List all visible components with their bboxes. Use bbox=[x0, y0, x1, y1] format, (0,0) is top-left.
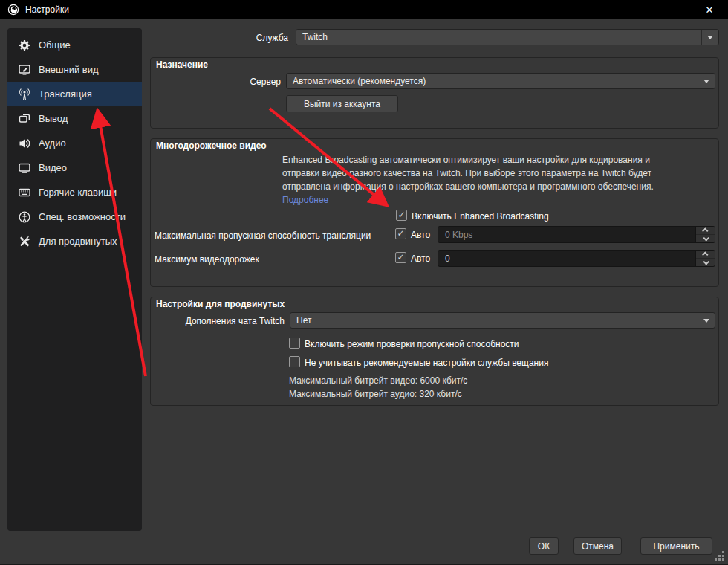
destination-title: Назначение bbox=[156, 59, 208, 70]
enable-enhanced-broadcasting-label: Включить Enhanced Broadcasting bbox=[412, 211, 549, 222]
sidebar-item-output[interactable]: Вывод bbox=[7, 106, 142, 131]
broadcast-icon bbox=[19, 88, 30, 100]
bandwidth-test-checkbox[interactable]: ✓ bbox=[289, 338, 300, 349]
spin-up-button[interactable] bbox=[696, 251, 715, 259]
max-tracks-label: Максимум видеодорожек bbox=[155, 254, 259, 265]
service-select[interactable]: Twitch bbox=[296, 29, 719, 45]
sidebar-item-label: Аудио bbox=[39, 138, 66, 149]
output-icon bbox=[19, 113, 30, 125]
chat-addons-selected-value: Нет bbox=[296, 315, 311, 326]
checkmark-icon: ✓ bbox=[397, 210, 405, 219]
learn-more-link[interactable]: Подробнее bbox=[282, 195, 328, 205]
max-bitrate-auto-label: Авто bbox=[411, 230, 430, 240]
audio-icon bbox=[19, 138, 30, 149]
sidebar-item-audio[interactable]: Аудио bbox=[7, 131, 142, 155]
chevron-down-icon bbox=[701, 30, 718, 45]
accessibility-icon bbox=[19, 211, 30, 223]
chat-addons-label: Дополнения чата Twitch bbox=[156, 316, 285, 326]
spin-down-button[interactable] bbox=[696, 259, 715, 266]
ignore-recommended-checkbox[interactable]: ✓ bbox=[289, 356, 300, 367]
multitrack-description-line: Enhanced Broadcasting автоматически опти… bbox=[282, 155, 650, 165]
settings-sidebar: Общие Внешний вид Трансляция Вывод Аудио… bbox=[7, 28, 142, 531]
video-icon bbox=[19, 162, 30, 174]
sidebar-item-hotkeys[interactable]: Горячие клавиши bbox=[7, 180, 142, 204]
chevron-down-icon bbox=[698, 74, 715, 88]
titlebar: Настройки ✕ bbox=[0, 0, 728, 19]
chat-addons-select[interactable]: Нет bbox=[290, 312, 715, 329]
service-label: Служба bbox=[223, 33, 288, 43]
sidebar-item-label: Горячие клавиши bbox=[39, 187, 117, 198]
max-tracks-auto-checkbox[interactable]: ✓ bbox=[395, 252, 406, 263]
ignore-recommended-label: Не учитывать рекомендуемые настройки слу… bbox=[305, 358, 548, 368]
advanced-title: Настройки для продвинутых bbox=[156, 299, 285, 309]
sidebar-item-appearance[interactable]: Внешний вид bbox=[7, 57, 142, 82]
max-tracks-input[interactable]: 0 bbox=[438, 250, 715, 267]
sidebar-item-label: Общие bbox=[39, 39, 71, 51]
sidebar-item-label: Для продвинутых bbox=[39, 236, 117, 247]
max-video-bitrate-info: Максимальный битрейт видео: 6000 кбит/с bbox=[289, 375, 467, 386]
multitrack-title: Многодорожечное видео bbox=[156, 141, 267, 151]
sidebar-item-label: Видео bbox=[39, 162, 67, 173]
enable-enhanced-broadcasting-checkbox[interactable]: ✓ bbox=[396, 210, 407, 221]
spin-down-button[interactable] bbox=[696, 235, 715, 242]
obs-logo-icon bbox=[7, 4, 19, 16]
window-title: Настройки bbox=[25, 4, 69, 15]
max-bitrate-value: 0 Kbps bbox=[445, 230, 472, 240]
sidebar-item-label: Внешний вид bbox=[39, 64, 99, 75]
ok-button[interactable]: ОК bbox=[529, 537, 559, 555]
server-select[interactable]: Автоматически (рекомендуется) bbox=[286, 73, 715, 89]
checkmark-icon: ✓ bbox=[397, 253, 404, 262]
multitrack-description-line: отправки видео разного качества на Twitc… bbox=[282, 168, 651, 178]
destination-groupbox bbox=[150, 57, 719, 129]
spin-up-button[interactable] bbox=[696, 227, 715, 235]
resize-grip[interactable] bbox=[713, 549, 725, 561]
sidebar-item-general[interactable]: Общие bbox=[7, 33, 142, 57]
chevron-down-icon bbox=[698, 313, 715, 328]
sidebar-item-label: Трансляция bbox=[39, 88, 92, 100]
keyboard-icon bbox=[19, 187, 30, 198]
apply-button[interactable]: Применить bbox=[640, 537, 712, 555]
max-bitrate-input[interactable]: 0 Kbps bbox=[438, 226, 715, 243]
close-icon[interactable]: ✕ bbox=[698, 0, 721, 19]
service-selected-value: Twitch bbox=[302, 32, 328, 42]
max-tracks-auto-label: Авто bbox=[411, 254, 430, 264]
sidebar-item-video[interactable]: Видео bbox=[7, 155, 142, 180]
server-selected-value: Автоматически (рекомендуется) bbox=[293, 76, 426, 86]
gear-icon bbox=[19, 39, 30, 51]
max-bitrate-label: Максимальная пропускная способность тран… bbox=[155, 230, 371, 241]
max-audio-bitrate-info: Максимальный битрейт аудио: 320 кбит/с bbox=[289, 389, 462, 399]
tools-icon bbox=[19, 236, 30, 248]
sidebar-item-label: Вывод bbox=[39, 113, 68, 124]
appearance-icon bbox=[19, 64, 30, 76]
sidebar-item-advanced[interactable]: Для продвинутых bbox=[7, 229, 142, 254]
max-bitrate-auto-checkbox[interactable]: ✓ bbox=[395, 228, 406, 239]
sidebar-item-label: Спец. возможности bbox=[39, 211, 126, 222]
cancel-button[interactable]: Отмена bbox=[573, 537, 622, 555]
bandwidth-test-label: Включить режим проверки пропускной спосо… bbox=[305, 339, 519, 349]
logout-button[interactable]: Выйти из аккаунта bbox=[286, 95, 398, 112]
obs-settings-window: { "window": { "title": "Настройки", "clo… bbox=[0, 0, 728, 565]
server-label: Сервер bbox=[223, 77, 281, 87]
max-tracks-value: 0 bbox=[445, 254, 450, 264]
sidebar-item-stream[interactable]: Трансляция bbox=[7, 82, 142, 106]
multitrack-description-line: отправлена информация о настройках вашег… bbox=[282, 181, 654, 192]
checkmark-icon: ✓ bbox=[397, 229, 404, 238]
sidebar-item-accessibility[interactable]: Спец. возможности bbox=[7, 204, 142, 229]
